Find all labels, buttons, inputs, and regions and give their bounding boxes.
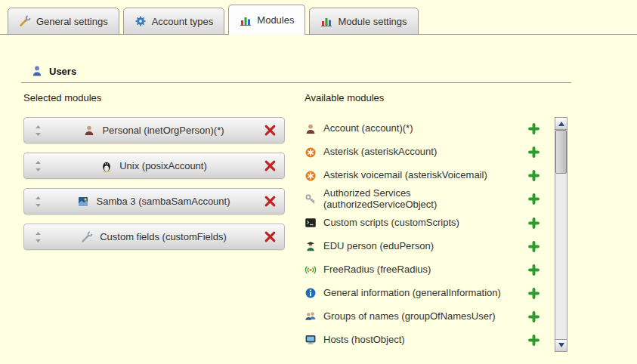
module-label: Asterisk (asteriskAccount) [323,147,521,158]
graduate-icon [305,240,317,252]
tab-modules[interactable]: Modules [228,5,305,35]
tab-bar: General settings Account types Modules M… [0,0,637,35]
add-module-button[interactable] [528,170,540,181]
tools-icon [19,15,31,27]
tab-label: Modules [257,14,294,26]
add-icon [528,241,540,252]
arrow-down-icon [558,343,564,347]
remove-module-button[interactable] [264,230,277,243]
remove-module-button[interactable] [264,159,277,172]
info-icon [305,287,317,299]
selected-module-row[interactable]: Personal (inetOrgPerson)(*) [23,117,285,143]
module-label: EDU person (eduPerson) [323,241,521,252]
add-icon [528,335,540,346]
available-module-row: EDU person (eduPerson) [305,235,552,258]
scroll-up-button[interactable] [555,118,567,130]
module-label: Personal (inetOrgPerson)(*) [102,125,224,136]
module-label: Custom scripts (customScripts) [323,217,521,229]
scroll-down-button[interactable] [555,339,567,351]
account-type-heading: Users [31,65,616,77]
module-entry: Unix (posixAccount) [44,160,264,172]
add-module-button[interactable] [528,288,540,299]
delete-icon [264,159,277,172]
module-label: FreeRadius (freeRadius) [323,264,521,276]
available-module-row: Custom scripts (customScripts) [305,211,552,235]
add-module-button[interactable] [528,123,540,134]
module-entry: Custom fields (customFields) [44,231,264,243]
tab-module-settings[interactable]: Module settings [309,8,418,35]
module-label: Samba 3 (sambaSamAccount) [96,196,230,207]
module-label: Asterisk voicemail (asteriskVoicemail) [323,170,521,181]
scrollbar[interactable] [555,117,567,352]
add-icon [528,170,540,181]
add-module-button[interactable] [528,193,540,205]
add-icon [528,311,540,322]
chart-icon [320,15,332,27]
group-icon [305,310,317,322]
delete-icon [264,195,277,208]
selected-modules-header: Selected modules [23,92,285,103]
add-icon [528,217,540,229]
available-module-row: FreeRadius (freeRadius) [305,258,552,282]
available-modules-body: Account (account)(*) Asterisk [305,117,569,352]
remove-module-button[interactable] [264,124,277,137]
drag-handle-icon[interactable] [32,232,44,242]
tab-account-types[interactable]: Account types [123,8,225,35]
drag-handle-icon[interactable] [32,196,44,207]
user-icon [31,65,43,77]
available-modules-column: Available modules Account (account)(*) [305,92,569,352]
available-module-row: Hosts (hostObject) [305,329,552,352]
selected-module-row[interactable]: Samba 3 (sambaSamAccount) [23,188,285,214]
add-module-button[interactable] [528,264,540,276]
drag-handle-icon[interactable] [32,161,44,171]
available-modules-header: Available modules [305,92,569,103]
delete-icon [264,230,277,243]
selected-module-row[interactable]: Unix (posixAccount) [23,153,285,179]
tools-icon [81,231,93,243]
module-label: General information (generalInformation) [323,288,521,299]
drag-handle-icon[interactable] [32,125,44,136]
module-label: Unix (posixAccount) [119,160,207,171]
available-module-row: Account (account)(*) [305,117,552,140]
add-module-button[interactable] [528,217,540,229]
add-module-button[interactable] [528,241,540,252]
add-module-button[interactable] [528,311,540,322]
module-label: Authorized Services (authorizedServiceOb… [323,188,521,211]
chart-icon [240,14,252,26]
asterisk-icon [305,147,317,159]
available-modules-list: Account (account)(*) Asterisk [305,117,552,352]
tab-general-settings[interactable]: General settings [8,8,119,35]
add-icon [528,193,540,205]
module-label: Account (account)(*) [323,123,521,134]
available-module-row: General information (generalInformation) [305,282,552,305]
module-entry: Samba 3 (sambaSamAccount) [44,196,264,208]
gear-icon [135,15,147,27]
module-label: Hosts (hostObject) [323,335,521,346]
scrollbar-thumb[interactable] [555,130,567,174]
tab-label: Account types [152,16,214,27]
available-module-row: Authorized Services (authorizedServiceOb… [305,187,552,211]
asterisk-icon [305,170,317,182]
add-icon [528,147,540,158]
available-module-row: Asterisk voicemail (asteriskVoicemail) [305,164,552,187]
module-label: Groups of names (groupOfNamesUser) [323,311,521,322]
terminal-icon [305,217,317,229]
module-columns: Selected modules Personal (inetOrgPerson… [21,92,616,352]
samba-icon [77,196,89,208]
tab-label: General settings [36,16,108,27]
remove-module-button[interactable] [264,195,277,208]
modules-panel: Users Selected modules Personal (inetOrg… [0,65,637,352]
scrollbar-track[interactable] [555,130,567,339]
add-module-button[interactable] [528,335,540,346]
selected-module-row[interactable]: Custom fields (customFields) [23,224,285,250]
person-icon [83,125,95,137]
add-icon [528,264,540,276]
available-module-row: Groups of names (groupOfNamesUser) [305,305,552,329]
lam-configuration-page: General settings Account types Modules M… [0,0,637,364]
signal-icon [305,264,317,276]
section-title: Users [49,66,76,77]
delete-icon [264,124,277,137]
tab-label: Module settings [338,16,407,27]
module-entry: Personal (inetOrgPerson)(*) [44,125,264,137]
add-module-button[interactable] [528,147,540,158]
